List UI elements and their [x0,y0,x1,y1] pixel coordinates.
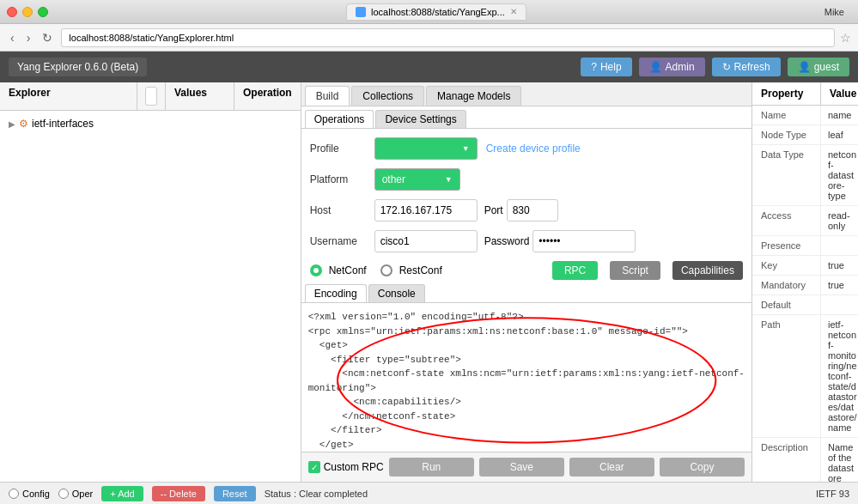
oper-radio[interactable]: Oper [58,489,93,499]
delete-button[interactable]: -- Delete [152,486,205,501]
username-input[interactable] [374,230,478,252]
prop-name-cell: Node Type [752,125,821,144]
right-panel: Property Value Name name Node Type leaf … [752,82,858,482]
profile-dropdown-icon: ▼ [462,144,470,153]
tree-item-label: ietf-interfaces [32,118,94,130]
save-button[interactable]: Save [479,458,564,477]
create-profile-text: Create device profile [486,143,581,155]
profile-label: Profile [310,143,374,155]
back-button[interactable]: ‹ [7,29,18,46]
prop-value-cell: netconf-datastore-type [821,145,858,205]
prop-name-cell: Data Type [752,145,821,205]
copy-button[interactable]: Copy [660,458,745,477]
capabilities-button[interactable]: Capabilities [672,261,743,280]
table-row: Presence [752,236,858,256]
explorer-col-header: Explorer [0,82,137,110]
prop-name-cell: Name [752,106,821,124]
property-table: Name name Node Type leaf Data Type netco… [752,106,858,482]
forward-button[interactable]: › [23,29,34,46]
tab-close-icon[interactable]: ✕ [510,7,517,16]
tab-encoding[interactable]: Encoding [305,284,367,302]
tab-build[interactable]: Build [305,86,350,106]
close-button[interactable] [7,7,17,17]
address-text: localhost:8088/static/YangExplorer.html [69,33,234,43]
add-button[interactable]: + Add [101,486,143,501]
subtab-device-settings[interactable]: Device Settings [375,110,466,128]
password-label: Password [484,235,530,247]
left-panel: Explorer Values Operation ▶ ⚙ ietf-inter… [0,82,301,482]
list-item[interactable]: ▶ ⚙ ietf-interfaces [4,115,296,132]
refresh-icon: ↻ [722,61,731,73]
search-input[interactable] [145,87,157,106]
operation-label: Operation [243,87,292,99]
minimize-button[interactable] [22,7,33,17]
xml-code-area[interactable]: <?xml version="1.0" encoding="utf-8"?> <… [301,303,752,452]
admin-icon: 👤 [649,61,662,73]
explorer-label: Explorer [9,87,51,99]
prop-name-cell: Presence [752,236,821,255]
prop-value-cell: read-only [821,206,858,235]
refresh-button[interactable]: ↻ Refresh [712,58,781,76]
restconf-radio[interactable] [380,264,392,276]
rpc-button[interactable]: RPC [552,261,598,280]
property-panel-header: Property Value [752,82,858,106]
host-input[interactable] [374,199,478,222]
help-button[interactable]: ? Help [581,58,631,76]
table-row: Default [752,295,858,315]
subtab-operations[interactable]: Operations [305,110,374,128]
tab-collections[interactable]: Collections [351,86,424,106]
clear-button[interactable]: Clear [569,458,654,477]
address-box[interactable]: localhost:8088/static/YangExplorer.html [61,28,835,47]
port-input[interactable] [507,199,558,222]
titlebar: localhost:8088/static/YangExp... ✕ Mike [0,0,858,24]
admin-button[interactable]: 👤 Admin [639,58,705,76]
guest-label: guest [814,61,839,73]
tab-manage-models[interactable]: Manage Models [426,86,521,106]
values-label: Values [174,87,207,99]
tab-title: localhost:8088/static/YangExp... [371,7,505,17]
browser-tab[interactable]: localhost:8088/static/YangExp... ✕ [346,3,526,21]
tab-console[interactable]: Console [368,284,425,302]
password-input[interactable] [532,230,636,252]
table-row: Mandatory true [752,276,858,295]
platform-select[interactable]: other ▼ [374,168,460,191]
app-title: Yang Explorer 0.6.0 (Beta) [9,58,147,76]
protocol-row: NetConf RestConf RPC Script Capabilities [310,261,743,280]
bookmark-icon[interactable]: ☆ [840,31,851,45]
profile-select[interactable]: ▼ [374,137,478,160]
reset-button[interactable]: Reset [214,486,256,501]
module-icon: ⚙ [19,118,28,130]
script-button[interactable]: Script [610,261,660,280]
encoding-tabs: Encoding Console [301,281,752,303]
reload-button[interactable]: ↻ [39,29,56,46]
value-label: Value [830,88,856,100]
addressbar: ‹ › ↻ localhost:8088/static/YangExplorer… [0,24,858,52]
prop-name-cell: Description [752,438,821,482]
xml-code-content: <?xml version="1.0" encoding="utf-8"?> <… [308,310,745,452]
favicon-icon [356,7,366,17]
config-radio[interactable]: Config [9,489,50,499]
table-row: Node Type leaf [752,125,858,145]
fullscreen-button[interactable] [38,7,48,17]
netconf-radio[interactable] [310,264,322,276]
main-tabs: Build Collections Manage Models [301,82,752,106]
platform-dropdown-icon: ▼ [445,175,453,184]
subtabs: Operations Device Settings [301,106,752,129]
prop-name-cell: Mandatory [752,276,821,295]
tab-console-label: Console [378,288,416,300]
tab-build-label: Build [316,90,339,102]
table-row: Name name [752,106,858,125]
statusbar: Config Oper + Add -- Delete Reset Status… [0,482,858,504]
operation-col-header: Operation [234,82,301,110]
run-button[interactable]: Run [389,458,474,477]
custom-rpc-checkbox[interactable]: ✓ Custom RPC [308,461,384,473]
prop-value-cell: name [821,106,858,124]
value-col-header: Value [821,82,858,105]
table-row: Data Type netconf-datastore-type [752,145,858,206]
platform-row: Platform other ▼ [310,168,743,191]
app-header: Yang Explorer 0.6.0 (Beta) ? Help 👤 Admi… [0,52,858,82]
guest-button[interactable]: 👤 guest [788,58,849,76]
prop-value-cell [821,295,858,314]
table-row: Description Name of the datastore associ… [752,438,858,482]
create-profile-link[interactable]: Create device profile [486,143,581,155]
